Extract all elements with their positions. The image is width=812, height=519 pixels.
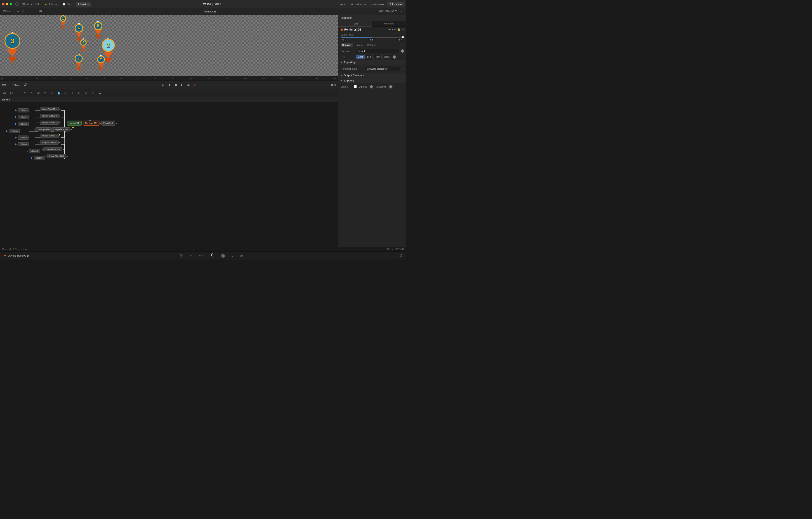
subtab-settings[interactable]: Settings bbox=[366, 43, 378, 47]
clone-tool[interactable]: ⌾ bbox=[83, 90, 89, 96]
spline-btn[interactable]: 〜 Spline bbox=[334, 2, 347, 6]
renderer-chevron-icon[interactable]: ▾ bbox=[392, 28, 393, 31]
global-start[interactable]: 0 bbox=[341, 38, 346, 41]
renderer-lock-icon[interactable]: 🔒 bbox=[397, 28, 401, 31]
camera-diamond-btn[interactable] bbox=[401, 49, 404, 53]
global-end[interactable]: 487 bbox=[396, 38, 404, 41]
dock-cut-btn[interactable]: ✂ bbox=[190, 253, 192, 258]
inspector-more-btn[interactable]: ⋯ bbox=[401, 16, 404, 20]
metadata-btn[interactable]: ≡ Metadata bbox=[369, 2, 385, 6]
inspector-btn[interactable]: ✦ Inspector bbox=[387, 2, 404, 6]
node-imageplane3d6[interactable]: ⇒ imagePlane3D6 bbox=[38, 140, 60, 144]
tab-media-pool[interactable]: 🎬 Media Pool bbox=[20, 2, 41, 6]
paint-tool[interactable]: ✏ bbox=[22, 90, 28, 96]
tab-effects[interactable]: ✨ Effects bbox=[42, 2, 59, 6]
fit-btn[interactable]: Fit bbox=[38, 10, 43, 13]
reporting-section-header[interactable]: ▶ Reporting bbox=[339, 60, 406, 65]
stop-btn[interactable]: ⏹ bbox=[173, 82, 178, 87]
lighting-diamond-btn[interactable] bbox=[369, 85, 373, 88]
node-ribbon3[interactable]: ribbon3 bbox=[16, 122, 29, 126]
keyframes-btn[interactable]: ◆ Keyframes bbox=[349, 2, 368, 6]
renderer-eye-icon[interactable]: 👁 bbox=[388, 28, 391, 31]
node-ribbon4[interactable]: ribbon4 bbox=[6, 129, 20, 133]
select-tool[interactable]: ▭ bbox=[2, 90, 7, 96]
eye-right-btn[interactable]: Right bbox=[373, 55, 382, 59]
zoom-selector[interactable]: 100% ▾ bbox=[1, 10, 12, 13]
inspector-tab-tools[interactable]: Tools bbox=[339, 21, 372, 26]
lighting-checkbox[interactable] bbox=[354, 85, 357, 88]
node-ribbon7[interactable]: ribbon7 bbox=[27, 149, 40, 153]
particle-tool[interactable]: ✦ bbox=[29, 90, 34, 96]
text3d-tool[interactable]: ☁ bbox=[97, 90, 102, 96]
node-imageplane3d8[interactable]: ⇒ ImagePlane3D8 bbox=[45, 154, 67, 158]
water-tool[interactable]: 💧 bbox=[56, 90, 61, 96]
toolbar2-more[interactable]: ... bbox=[30, 10, 34, 13]
output-channels-section-header[interactable]: ▶ Output Channels bbox=[339, 73, 406, 78]
lighting-section-header[interactable]: ▼ Lighting bbox=[339, 78, 406, 83]
shape-tool[interactable]: △ bbox=[90, 90, 95, 96]
dock-settings-btn[interactable]: ⚙ bbox=[399, 253, 402, 258]
shadows-diamond-btn[interactable] bbox=[388, 85, 393, 88]
node-merge3d1[interactable]: Merge3D1 bbox=[67, 120, 82, 126]
view-btn-2[interactable]: ⬡ bbox=[21, 10, 26, 13]
text-tool[interactable]: T bbox=[16, 90, 21, 96]
play-btn[interactable]: ⏵ bbox=[179, 82, 184, 87]
node-imageplane3d5[interactable]: ⇒ ImagePlane3D5 bbox=[38, 134, 60, 138]
camera-select[interactable]: Default bbox=[356, 49, 399, 53]
node-imageplane3d2[interactable]: ⇒ ImagePlane3D2 bbox=[38, 114, 60, 118]
tracking-tool[interactable]: ⊕ bbox=[77, 90, 82, 96]
eye-left-btn[interactable]: Left bbox=[366, 55, 373, 59]
eye-stack-btn[interactable]: Stack bbox=[382, 55, 391, 59]
subtab-image[interactable]: Image bbox=[354, 43, 364, 47]
light-tool[interactable]: ☀ bbox=[49, 90, 55, 96]
dock-fairlight-btn[interactable]: ♪ bbox=[232, 254, 234, 258]
node-ribbon6[interactable]: ribbon6 bbox=[16, 142, 29, 146]
tab-clips[interactable]: 📋 Clips bbox=[60, 2, 75, 6]
node-graph[interactable]: ribbon1 ribbon2 ribbon3 ribbon4 ribbon5 bbox=[0, 102, 338, 246]
node-ribbon1[interactable]: ribbon1 bbox=[16, 108, 29, 112]
inspector-tab-modifiers[interactable]: Modifiers bbox=[372, 21, 406, 26]
volume-icon[interactable]: 🔊 bbox=[24, 83, 27, 86]
pen-tool[interactable]: ✒ bbox=[42, 90, 48, 96]
node-mediaout1[interactable]: MediaOut1 bbox=[101, 120, 117, 126]
eye-mono-btn[interactable]: Mono bbox=[356, 55, 365, 59]
close-button[interactable] bbox=[2, 3, 4, 5]
eye-diamond-btn[interactable] bbox=[393, 55, 396, 59]
node-ribbon8[interactable]: ribbon8 bbox=[31, 156, 45, 160]
dock-edit-btn[interactable]: ⟺ bbox=[199, 253, 204, 258]
toolbar2-more2[interactable]: ⋯ bbox=[400, 10, 405, 13]
brush-tool[interactable]: 🖌 bbox=[36, 90, 41, 96]
minimize-button[interactable] bbox=[6, 3, 8, 5]
renderer-reset-icon[interactable]: ↩ bbox=[402, 28, 404, 31]
dock-home-btn[interactable]: ⌂ bbox=[393, 254, 396, 258]
node-imageplane3d7[interactable]: ⇒ ImagePlane3D7 bbox=[41, 147, 64, 152]
node-imageplane3d1[interactable]: ⇒ ImagePlane3D1 bbox=[38, 107, 60, 111]
dock-fusion-btn[interactable]: ⬡ bbox=[211, 253, 214, 258]
go-to-end-btn[interactable]: ⏭ bbox=[186, 82, 191, 87]
polygon-tool[interactable]: ⬡ bbox=[8, 90, 14, 96]
view-btn-1[interactable]: ⊞ bbox=[16, 10, 20, 13]
node-imageplane3d4[interactable]: ⇒ ImagePlane3D4 bbox=[49, 127, 72, 132]
renderer-pen-icon[interactable]: ✏ bbox=[394, 28, 396, 31]
nodes-header-more[interactable]: ⋯ bbox=[334, 98, 336, 101]
dock-color-btn[interactable]: ⬤ bbox=[221, 253, 225, 258]
node-imageplane3d3[interactable]: ⇒ ImagePlane3D3 bbox=[38, 120, 60, 125]
go-to-start-btn[interactable]: ⏮ bbox=[161, 82, 166, 87]
subtab-controls[interactable]: Controls bbox=[341, 43, 353, 47]
global-slider[interactable] bbox=[341, 37, 404, 37]
fullscreen-button[interactable] bbox=[9, 3, 12, 5]
global-middle[interactable]: 488 bbox=[367, 38, 375, 41]
step-back-btn[interactable]: ⏴ bbox=[167, 82, 172, 87]
node-ribbon2[interactable]: ribbon2 bbox=[16, 115, 29, 119]
node-renderer3d1[interactable]: Renderer3D1 bbox=[83, 120, 101, 126]
mask-tool[interactable]: ○ bbox=[69, 90, 75, 96]
tab-nodes[interactable]: ⬡ Nodes bbox=[76, 2, 91, 6]
loop-btn[interactable]: ↺ bbox=[192, 82, 197, 87]
timeline-ruler[interactable]: | 102030405060708090100 1401802202603003… bbox=[0, 76, 338, 81]
renderer-type-select[interactable]: Software Renderer bbox=[365, 67, 401, 71]
node-ribbon5[interactable]: ribbon5 bbox=[16, 136, 29, 140]
window-chevron[interactable]: ▾ bbox=[16, 2, 19, 6]
dock-deliver-btn[interactable]: ▶ bbox=[240, 253, 243, 258]
dock-media-btn[interactable]: ⊞ bbox=[180, 253, 183, 258]
warp-tool[interactable]: ⬚ bbox=[63, 90, 68, 96]
